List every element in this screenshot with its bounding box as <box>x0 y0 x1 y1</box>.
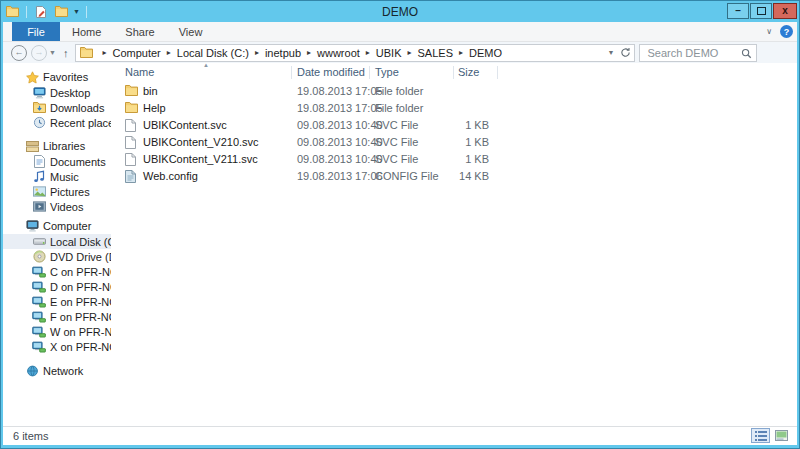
sidebar-item-computer[interactable]: Computer <box>3 218 111 234</box>
breadcrumb-separator-icon[interactable]: ▸ <box>302 48 316 57</box>
breadcrumb-segment-ubik[interactable]: UBIK <box>375 47 403 59</box>
sidebar-item-label: Network <box>43 365 83 377</box>
sidebar-item-pictures[interactable]: Pictures <box>3 184 111 199</box>
videos-icon <box>32 201 46 212</box>
sidebar-item-e-on-pfr-note[interactable]: E on PFR-NOTE <box>3 294 111 309</box>
column-header-name[interactable]: Name <box>125 66 154 78</box>
main-content: Favorites Desktop Downloads Recent place… <box>3 63 797 426</box>
quick-access-toolbar: ▼ <box>24 4 89 20</box>
sidebar-item-w-on-pfr-note[interactable]: W on PFR-NOTE <box>3 324 111 339</box>
separator <box>26 6 27 18</box>
file-row-ubikcontent-v210-svc[interactable]: UBIKContent_V210.svc 09.08.2013 10:40 SV… <box>111 134 793 151</box>
close-button[interactable]: x <box>773 3 797 19</box>
breadcrumb-segment-demo[interactable]: DEMO <box>468 47 503 59</box>
expand-ribbon-chevron-icon[interactable]: ∨ <box>766 27 772 36</box>
music-icon <box>32 170 46 183</box>
tab-share[interactable]: Share <box>113 22 166 41</box>
breadcrumb-separator-icon[interactable]: ▸ <box>361 48 375 57</box>
maximize-button[interactable] <box>750 3 772 19</box>
libraries-icon <box>25 141 39 152</box>
properties-button[interactable] <box>33 4 49 20</box>
column-separator[interactable] <box>369 66 370 79</box>
sidebar-item-libraries[interactable]: Libraries <box>3 138 111 154</box>
back-button[interactable]: ← <box>11 45 27 61</box>
breadcrumb-separator-icon[interactable]: ▸ <box>162 48 176 57</box>
thumbnails-view-button[interactable] <box>772 428 791 443</box>
breadcrumb-separator-icon[interactable]: ▸ <box>403 48 417 57</box>
sidebar-item-f-on-pfr-note[interactable]: F on PFR-NOTE <box>3 309 111 324</box>
breadcrumb-segment-inetpub[interactable]: inetpub <box>264 47 302 59</box>
column-separator[interactable] <box>291 66 292 79</box>
file-date: 19.08.2013 17:05 <box>297 85 383 97</box>
minimize-button[interactable]: – <box>727 3 749 19</box>
sidebar-item-documents[interactable]: Documents <box>3 154 111 169</box>
file-row-ubikcontent-svc[interactable]: UBIKContent.svc 09.08.2013 10:40 SVC Fil… <box>111 117 793 134</box>
sidebar-item-label: Pictures <box>50 186 90 198</box>
title-bar[interactable]: ▼ DEMO – x <box>1 1 799 22</box>
file-row-help[interactable]: Help 19.08.2013 17:05 File folder <box>111 100 793 117</box>
file-row-ubikcontent-v211-svc[interactable]: UBIKContent_V211.svc 09.08.2013 10:40 SV… <box>111 151 793 168</box>
file-size: 14 KB <box>411 170 489 182</box>
recent-locations-chevron-icon[interactable]: ▼ <box>49 49 56 56</box>
file-size: 1 KB <box>411 153 489 165</box>
location-folder-icon <box>80 47 93 58</box>
sidebar-item-label: Recent places <box>50 117 111 129</box>
details-view-button[interactable] <box>751 428 770 443</box>
column-separator[interactable] <box>497 66 498 79</box>
sidebar-item-label: W on PFR-NOTE <box>50 326 111 338</box>
help-icon[interactable]: ? <box>780 25 793 38</box>
sidebar-item-desktop[interactable]: Desktop <box>3 85 111 100</box>
address-history-chevron-icon[interactable]: ▼ <box>608 49 615 56</box>
column-header-size[interactable]: Size <box>458 66 479 78</box>
breadcrumb-separator-icon[interactable]: ▸ <box>454 48 468 57</box>
caption-buttons: – x <box>727 3 797 19</box>
column-header-date-modified[interactable]: Date modified <box>297 66 365 78</box>
folder-icon <box>125 102 138 115</box>
sidebar-item-favorites[interactable]: Favorites <box>3 69 111 85</box>
address-bar-row: ← → ▼ ↑ ▸ Computer ▸ Local Disk (C:) ▸ i… <box>3 42 797 63</box>
sidebar-item-label: C on PFR-NOTE <box>50 266 111 278</box>
file-row-bin[interactable]: bin 19.08.2013 17:05 File folder <box>111 83 793 100</box>
file-menu-button[interactable]: File <box>12 22 60 41</box>
sidebar-item-music[interactable]: Music <box>3 169 111 184</box>
tab-home[interactable]: Home <box>60 22 113 41</box>
file-date: 19.08.2013 17:06 <box>297 170 383 182</box>
sidebar-item-x-on-pfr-note[interactable]: X on PFR-NOTE <box>3 339 111 354</box>
file-row-web-config[interactable]: Web.config 19.08.2013 17:06 CONFIG File … <box>111 168 793 185</box>
breadcrumb-segment-computer[interactable]: Computer <box>111 47 161 59</box>
search-icon[interactable] <box>741 48 752 61</box>
breadcrumb-segment-sales[interactable]: SALES <box>417 47 454 59</box>
pictures-icon <box>32 186 46 197</box>
sidebar-item-downloads[interactable]: Downloads <box>3 100 111 115</box>
breadcrumb-segment-local-disk[interactable]: Local Disk (C:) <box>176 47 250 59</box>
breadcrumb-separator-icon[interactable]: ▸ <box>250 48 264 57</box>
sidebar-item-local-disk-c[interactable]: Local Disk (C:) <box>3 234 111 249</box>
breadcrumb-segment-wwwroot[interactable]: wwwroot <box>316 47 361 59</box>
refresh-icon[interactable] <box>620 47 631 58</box>
column-separator[interactable] <box>453 66 454 79</box>
sidebar-item-label: E on PFR-NOTE <box>50 296 111 308</box>
address-bar[interactable]: ▸ Computer ▸ Local Disk (C:) ▸ inetpub ▸… <box>75 44 635 62</box>
sidebar-item-label: Desktop <box>50 87 90 99</box>
up-button[interactable]: ↑ <box>63 47 69 59</box>
breadcrumb-separator-icon[interactable]: ▸ <box>97 48 111 57</box>
network-drive-icon <box>32 281 46 293</box>
forward-button[interactable]: → <box>31 45 47 61</box>
tab-view[interactable]: View <box>167 22 215 41</box>
sidebar-item-label: Documents <box>50 156 106 168</box>
new-folder-button[interactable] <box>53 4 69 20</box>
system-folder-icon[interactable] <box>6 6 19 17</box>
sidebar-item-label: Libraries <box>43 140 85 152</box>
sidebar-item-recent-places[interactable]: Recent places <box>3 115 111 130</box>
network-drive-icon <box>32 296 46 308</box>
search-input[interactable] <box>645 46 745 60</box>
column-header-type[interactable]: Type <box>375 66 399 78</box>
documents-icon <box>32 155 46 168</box>
sidebar-item-c-on-pfr-note[interactable]: C on PFR-NOTE <box>3 264 111 279</box>
sidebar-item-dvd-drive-d[interactable]: DVD Drive (D:) HRM <box>3 249 111 264</box>
customize-qat-chevron-icon[interactable]: ▼ <box>73 8 80 15</box>
sidebar-item-d-on-pfr-note[interactable]: D on PFR-NOTE <box>3 279 111 294</box>
sidebar-item-videos[interactable]: Videos <box>3 199 111 214</box>
sidebar-item-network[interactable]: Network <box>3 363 111 379</box>
search-box[interactable] <box>639 44 757 62</box>
